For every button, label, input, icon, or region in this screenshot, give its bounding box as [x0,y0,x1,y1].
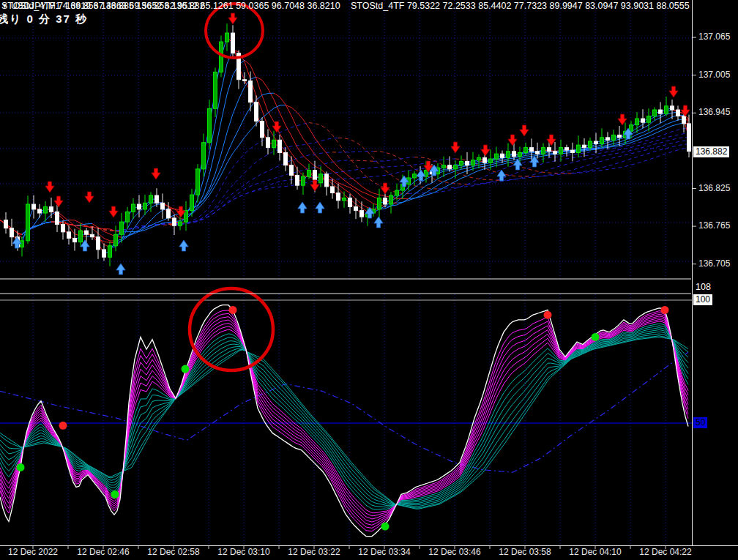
time-axis-label: 12 Dec 03:34 [358,547,410,557]
candle-body [167,209,171,218]
candle-body [202,143,206,169]
candle-body [524,148,528,153]
time-axis-label: 12 Dec 04:22 [639,547,691,557]
candle-body [548,148,551,152]
indicator-values-tf1: STOStd_4TF 74.6919 67.4363 69.5652 62.95… [1,1,340,11]
chart-canvas[interactable] [0,0,738,560]
candle-body [249,81,253,102]
ma-ribbon-line [157,225,174,225]
ma-ribbon-line [92,236,110,247]
candle-body [554,152,557,154]
candle-body [225,33,229,42]
candle-body [290,165,294,176]
candle-body [319,174,323,183]
candle-body [682,116,686,124]
candle-countdown-timer: 残り 0 分 37 秒 [0,12,88,26]
candle-body [50,206,53,212]
candle-body [442,165,446,168]
candle-body [161,203,165,209]
candle-body [413,174,417,178]
buy-arrow-icon [513,159,522,170]
candle-body [261,121,264,137]
candle-body [308,171,311,177]
stochastic-panel [0,294,692,545]
candle-body [495,154,499,159]
candle-body [26,204,30,241]
sell-arrow-icon [381,183,390,194]
candle-body [676,110,680,116]
buy-dot [111,490,119,499]
candle-body [589,141,592,148]
candle-body [641,119,645,122]
candle-body [448,165,452,169]
time-axis-label: 12 Dec 03:10 [217,547,269,557]
time-axis[interactable]: 12 Dec 202212 Dec 02:4612 Dec 02:5812 De… [0,547,738,560]
candle-body [636,119,639,125]
candle-body [231,33,235,53]
candle-body [302,176,305,185]
candle-body [132,204,135,212]
candle-body [108,246,112,257]
candle-body [337,193,340,201]
buy-arrow-icon [298,202,307,213]
price-axis-label: 137.005 [698,70,730,80]
candle-body [173,218,176,225]
candle-body [331,187,335,193]
candle-body [144,203,147,209]
candle-body [79,231,83,242]
candle-body [489,159,493,163]
candle-body [149,195,153,203]
buy-arrow-icon [316,202,324,213]
main-chart [0,0,692,279]
candle-body [266,138,270,148]
mt4-chart-window: ▼USDJPY,M1 136.853 136.885 136.853 136.8… [0,0,738,560]
candle-body [384,198,387,204]
candle-body [687,124,691,152]
time-axis-label: 12 Dec 04:10 [569,547,621,557]
price-axis-label: 136.765 [698,220,730,231]
ma-ribbon-line [397,119,684,203]
candle-body [278,140,282,152]
time-axis-label: 12 Dec 02:46 [77,547,129,557]
current-price-badge: 136.882 [693,146,729,157]
candle-body [296,175,299,185]
candle-body [360,211,364,217]
candle-body [565,148,569,150]
candle-body [577,145,581,152]
candle-body [91,234,94,236]
candle-body [325,174,329,187]
sell-arrow-icon [508,135,517,146]
candle-body [653,110,657,116]
candle-body [126,212,130,222]
candle-body [196,169,200,195]
buy-arrow-icon [497,170,506,181]
price-axis-label: 136.705 [698,258,730,269]
ma-ribbon-line [350,160,373,161]
buy-dot [17,463,25,471]
sell-arrow-icon [681,105,690,116]
candle-body [284,152,288,165]
candle-body [343,198,346,200]
sell-arrow-icon [520,125,529,136]
candle-body [85,231,89,234]
sell-dot [661,306,669,314]
buy-arrow-icon [179,240,188,251]
candle-body [190,195,194,211]
candle-body [559,148,563,154]
indicator-values-tf2: STOStd_4TF 79.5322 72.2533 85.4402 77.73… [351,1,690,11]
sell-dot [59,422,67,430]
sell-dot [544,311,552,319]
buy-dot [182,365,190,373]
candle-body [507,152,510,158]
candle-body [612,135,616,140]
indicator-level-50-badge: 50 [693,417,707,428]
candle-body [10,228,14,237]
candle-body [606,138,610,140]
candle-body [114,234,118,245]
candle-body [471,160,475,165]
candle-body [571,150,575,152]
price-scale[interactable]: 136.882 137.065137.005136.945136.825136.… [693,0,738,545]
candle-body [518,152,522,156]
sell-arrow-icon [669,86,678,97]
time-axis-label: 12 Dec 02:58 [147,547,199,557]
